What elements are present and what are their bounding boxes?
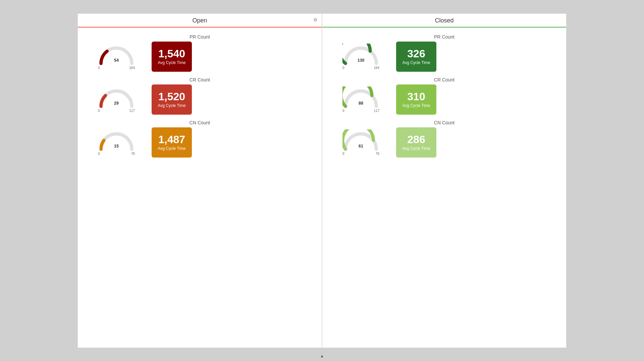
section-title-1: CR Count [88,77,312,82]
svg-text:61: 61 [359,144,363,148]
svg-text:54: 54 [114,58,119,63]
cycle-tile-2[interactable]: 1,487Avg Cycle Time [152,127,192,158]
cycle-label-2: Avg Cycle Time [402,146,430,151]
cycle-value-1: 1,520 [158,91,185,102]
cycle-tile-2[interactable]: 286Avg Cycle Time [396,127,436,158]
section-row-0: 130 0184326Avg Cycle Time [332,42,556,72]
cycle-label-0: Avg Cycle Time [402,60,430,65]
gauge-max: 76 [376,152,379,156]
section-1: CR Count 88 0117310Avg Cycle Time [332,77,556,115]
gauge-min: 0 [98,109,100,113]
closed-panel-header: Closed [322,14,566,27]
closed-title: Closed [435,17,453,24]
gauge-labels-2: 076 [98,152,135,156]
cycle-tile-0[interactable]: 1,540Avg Cycle Time [152,42,192,72]
cycle-tile-0[interactable]: 326Avg Cycle Time [396,42,436,72]
cycle-value-2: 286 [407,134,425,145]
gauge-max: 184 [129,66,135,70]
svg-text:15: 15 [114,144,119,148]
section-row-2: 61 076286Avg Cycle Time [332,127,556,158]
section-2: CN Count 61 076286Avg Cycle Time [332,120,556,158]
svg-text:29: 29 [114,101,119,106]
cycle-value-0: 1,540 [158,48,185,59]
gauge-container-0: 54 0184 [95,44,138,70]
gauge-container-2: 15 076 [95,129,138,156]
svg-text:88: 88 [359,101,363,106]
closed-panel-content: PR Count 130 0184326Avg Cycle TimeCR Cou… [322,27,566,166]
section-0: PR Count 130 0184326Avg Cycle Time [332,34,556,72]
gauge-min: 0 [342,66,344,70]
svg-text:130: 130 [358,58,365,63]
gauge-container-2: 61 076 [339,129,383,156]
gauge-min: 0 [342,109,344,113]
cycle-value-1: 310 [407,91,425,102]
cycle-value-0: 326 [407,48,425,59]
open-title: Open [192,17,207,24]
gauge-labels-0: 0184 [98,66,135,70]
cycle-label-0: Avg Cycle Time [158,60,185,65]
section-1: CR Count 29 01171,520Avg Cycle Time [88,77,312,115]
cycle-tile-1[interactable]: 310Avg Cycle Time [396,84,436,115]
section-title-1: CR Count [332,77,556,82]
section-row-2: 15 0761,487Avg Cycle Time [88,127,312,158]
gauge-min: 0 [98,66,100,70]
bottom-arrow: ▲ [320,354,324,358]
open-panel: Open ⚙ PR Count 54 01841,540Avg Cycle Ti… [77,13,322,348]
gauge-container-0: 130 0184 [339,44,383,70]
section-2: CN Count 15 0761,487Avg Cycle Time [88,120,312,158]
dashboard: Open ⚙ PR Count 54 01841,540Avg Cycle Ti… [77,13,567,348]
gauge-max: 184 [374,66,379,70]
section-title-2: CN Count [332,120,556,125]
section-row-1: 29 01171,520Avg Cycle Time [88,84,312,115]
gauge-max: 117 [374,109,379,113]
section-title-2: CN Count [88,120,312,125]
closed-panel: Closed PR Count 130 0184326Avg Cycle Tim… [322,13,567,348]
gauge-max: 117 [129,109,135,113]
section-row-0: 54 01841,540Avg Cycle Time [88,42,312,72]
gauge-max: 76 [131,152,135,156]
gauge-labels-1: 0117 [342,109,379,113]
gauge-min: 0 [342,152,344,156]
section-0: PR Count 54 01841,540Avg Cycle Time [88,34,312,72]
gauge-labels-1: 0117 [98,109,135,113]
cycle-label-2: Avg Cycle Time [158,146,185,151]
gauge-min: 0 [98,152,100,156]
cycle-label-1: Avg Cycle Time [402,103,430,108]
gauge-labels-2: 076 [342,152,379,156]
cycle-value-2: 1,487 [158,134,185,145]
cycle-label-1: Avg Cycle Time [158,103,185,108]
section-row-1: 88 0117310Avg Cycle Time [332,84,556,115]
section-title-0: PR Count [88,34,312,40]
gauge-container-1: 88 0117 [339,86,383,113]
settings-icon[interactable]: ⚙ [313,17,318,22]
gauge-labels-0: 0184 [342,66,379,70]
open-panel-header: Open ⚙ [78,14,322,27]
open-panel-content: PR Count 54 01841,540Avg Cycle TimeCR Co… [78,27,322,166]
cycle-tile-1[interactable]: 1,520Avg Cycle Time [152,84,192,115]
gauge-container-1: 29 0117 [95,86,138,113]
section-title-0: PR Count [332,34,556,40]
